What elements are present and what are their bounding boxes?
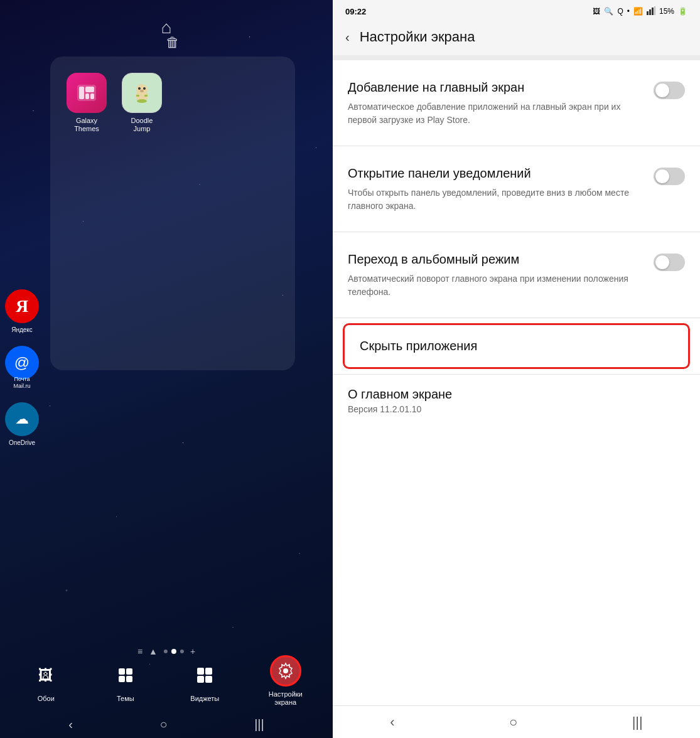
svg-point-8 — [143, 87, 146, 90]
mail-icon[interactable]: @ — [5, 346, 39, 380]
notification-panel-desc: Чтобы открыть панель уведомлений, провед… — [348, 186, 643, 213]
dot-status: • — [627, 7, 630, 16]
galaxy-themes-item[interactable]: GalaxyThemes — [67, 73, 107, 133]
svg-rect-15 — [119, 676, 125, 682]
dot-3 — [180, 650, 184, 653]
right-nav: ‹ ○ ||| — [333, 705, 700, 738]
status-icons: 🖼 🔍 Q • 📶 15% 🔋 — [593, 6, 687, 17]
widget-area: 🗑 — [50, 56, 295, 612]
svg-point-21 — [283, 668, 288, 673]
svg-rect-16 — [126, 676, 132, 682]
svg-rect-3 — [85, 94, 89, 99]
battery-level: 15% — [659, 7, 674, 16]
search-status-icon: Q — [617, 7, 623, 16]
svg-rect-1 — [79, 87, 84, 99]
right-panel: 09:22 🖼 🔍 Q • 📶 15% 🔋 ‹ Настройки экрана… — [333, 0, 700, 738]
left-panel: ⌂ Я Яндекс @ ПочтаMail.ru ☁ OneDrive 🗑 — [0, 0, 333, 738]
themes-menu-item[interactable]: Темы — [110, 660, 141, 702]
left-dock: Я Яндекс @ ПочтаMail.ru ☁ OneDrive — [5, 289, 39, 449]
svg-rect-19 — [197, 676, 204, 683]
hide-apps-section[interactable]: Скрыть приложения — [343, 323, 690, 369]
svg-rect-20 — [205, 676, 212, 683]
about-section[interactable]: О главном экране Версия 11.2.01.10 — [333, 375, 700, 427]
svg-rect-17 — [197, 668, 204, 675]
screen-settings-icon — [270, 655, 301, 687]
doodle-jump-label: DoodleJump — [131, 117, 153, 133]
widgets-label: Виджеты — [190, 695, 219, 702]
svg-rect-10 — [136, 95, 139, 97]
settings-content: Добавление на главный экран Автоматическ… — [333, 55, 700, 705]
svg-rect-18 — [205, 668, 212, 675]
app-icons-grid: GalaxyThemes — [60, 67, 285, 139]
add-to-home-title: Добавление на главный экран — [348, 79, 643, 95]
screen-settings-menu-item[interactable]: Настройкиэкрана — [269, 655, 303, 707]
settings-header: ‹ Настройки экрана — [333, 23, 700, 55]
wallpaper-menu-item[interactable]: 🖼 Обои — [30, 660, 62, 702]
wifi-icon: 📶 — [633, 7, 643, 16]
landscape-mode-section: Переход в альбомный режим Автоматический… — [333, 232, 700, 318]
widgets-icon — [189, 660, 220, 691]
landscape-mode-text: Переход в альбомный режим Автоматический… — [348, 251, 643, 299]
galaxy-themes-icon — [67, 73, 107, 113]
galaxy-themes-svg — [75, 81, 99, 105]
svg-rect-22 — [647, 11, 649, 15]
screen-settings-label: Настройкиэкрана — [269, 690, 303, 707]
doodle-jump-icon — [122, 73, 162, 113]
battery-icon: 🔋 — [678, 7, 687, 16]
notification-panel-section: Открытие панели уведомлений Чтобы открыт… — [333, 146, 700, 232]
notification-panel-item[interactable]: Открытие панели уведомлений Чтобы открыт… — [348, 159, 685, 219]
svg-point-7 — [138, 87, 141, 90]
add-to-home-item[interactable]: Добавление на главный экран Автоматическ… — [348, 73, 685, 133]
back-nav-left[interactable]: ‹ — [68, 717, 73, 732]
about-title: О главном экране — [348, 387, 685, 402]
status-time: 09:22 — [345, 7, 366, 16]
widget-card: GalaxyThemes — [50, 56, 295, 370]
svg-rect-23 — [649, 9, 651, 15]
recents-nav-left[interactable]: ||| — [254, 717, 264, 732]
dot-2 — [171, 649, 176, 654]
widgets-menu-item[interactable]: Виджеты — [189, 660, 220, 702]
left-nav: ‹ ○ ||| — [0, 717, 333, 732]
svg-point-12 — [137, 99, 147, 103]
notification-panel-title: Открытие панели уведомлений — [348, 165, 643, 181]
landscape-mode-desc: Автоматический поворот главного экрана п… — [348, 272, 643, 299]
onedrive-label: OneDrive — [9, 439, 35, 446]
notification-panel-text: Открытие панели уведомлений Чтобы открыт… — [348, 165, 643, 213]
svg-point-9 — [140, 90, 144, 92]
dot-1 — [164, 650, 168, 653]
add-to-home-text: Добавление на главный экран Автоматическ… — [348, 79, 643, 127]
back-nav-right[interactable]: ‹ — [390, 714, 394, 730]
settings-title: Настройки экрана — [360, 29, 475, 45]
svg-rect-13 — [119, 668, 125, 675]
about-version: Версия 11.2.01.10 — [348, 404, 685, 414]
svg-rect-11 — [144, 95, 148, 97]
notification-panel-toggle[interactable] — [654, 168, 685, 185]
onedrive-icon[interactable]: ☁ — [5, 402, 39, 436]
status-bar: 09:22 🖼 🔍 Q • 📶 15% 🔋 — [333, 0, 700, 23]
signal-icon — [647, 6, 655, 17]
doodle-jump-item[interactable]: DoodleJump — [122, 73, 162, 133]
landscape-mode-toggle[interactable] — [654, 254, 685, 271]
image-status-icon: 🔍 — [604, 7, 613, 16]
mail-label: ПочтаMail.ru — [13, 376, 30, 390]
trash-icon: 🗑 — [166, 35, 180, 51]
back-button[interactable]: ‹ — [345, 30, 350, 45]
landscape-mode-title: Переход в альбомный режим — [348, 251, 643, 267]
yandex-icon[interactable]: Я — [5, 289, 39, 323]
home-nav-right[interactable]: ○ — [509, 714, 517, 730]
themes-label: Темы — [117, 695, 134, 702]
themes-icon — [110, 660, 141, 691]
doodle-jump-svg — [129, 80, 155, 106]
galaxy-themes-label: GalaxyThemes — [74, 117, 99, 133]
svg-rect-24 — [652, 8, 654, 15]
photo-status-icon: 🖼 — [593, 7, 600, 16]
add-to-home-desc: Автоматическое добавление приложений на … — [348, 100, 643, 127]
add-to-home-toggle[interactable] — [654, 82, 685, 99]
hide-apps-title: Скрыть приложения — [360, 339, 673, 353]
landscape-mode-item[interactable]: Переход в альбомный режим Автоматический… — [348, 245, 685, 305]
wallpaper-label: Обои — [38, 695, 55, 702]
home-nav-left[interactable]: ○ — [159, 717, 167, 732]
svg-rect-4 — [90, 94, 94, 99]
recents-nav-right[interactable]: ||| — [632, 714, 643, 730]
svg-rect-25 — [654, 6, 655, 15]
